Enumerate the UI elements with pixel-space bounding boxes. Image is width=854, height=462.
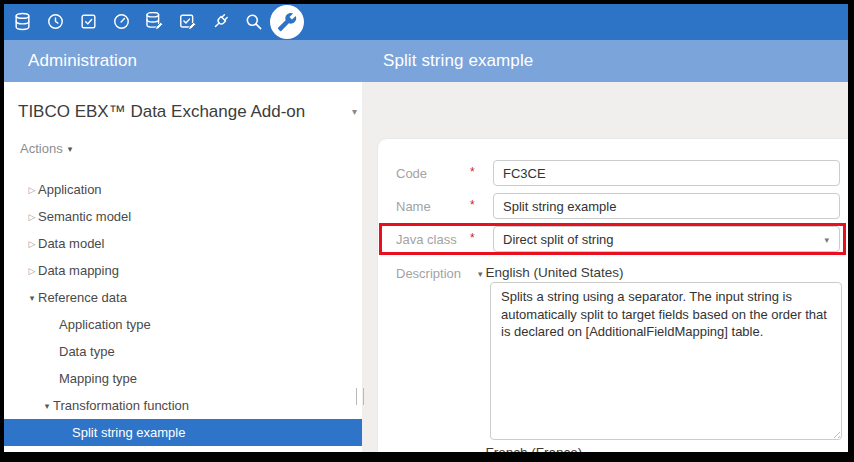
detail-panel: Code * Name * Java class * Direct split … (362, 82, 848, 452)
chevron-down-icon: ▾ (352, 106, 357, 117)
java-class-select[interactable]: Direct split of string ▾ (493, 226, 840, 252)
actions-label: Actions (20, 141, 63, 156)
name-label: Name (396, 199, 468, 214)
search-icon[interactable] (243, 11, 263, 31)
left-header: Administration (4, 40, 362, 82)
panel-splitter-handle[interactable] (356, 388, 364, 405)
tree-item-label: Application type (59, 317, 151, 332)
tree-item-data-mapping[interactable]: ▷ Data mapping (4, 257, 362, 284)
main-area: TIBCO EBX™ Data Exchange Add-on ▾ Action… (4, 82, 848, 452)
java-class-label: Java class (396, 232, 468, 247)
tree-item-data-model[interactable]: ▷ Data model (4, 230, 362, 257)
collapse-arrow-icon[interactable]: ▾ (26, 293, 38, 303)
gauge-icon[interactable] (111, 11, 131, 31)
required-asterisk: * (470, 165, 475, 179)
section-header-bar: Administration Split string example (4, 40, 848, 82)
clock-icon[interactable] (45, 11, 65, 31)
tree-item-label: Split string example (72, 425, 185, 440)
tree-item-label: Reference data (38, 290, 127, 305)
plug-icon[interactable] (210, 11, 230, 31)
tree-item-mapping-type[interactable]: Mapping type (4, 365, 362, 392)
java-class-value: Direct split of string (503, 232, 614, 247)
form-edit-icon[interactable] (177, 11, 197, 31)
tree-item-label: Data type (59, 344, 115, 359)
locale-english-label: English (United States) (486, 265, 624, 280)
required-asterisk: * (470, 231, 475, 245)
tree-item-transformation-function[interactable]: ▾ Transformation function (4, 392, 362, 419)
description-english-textarea[interactable]: Splits a string using a separator. The i… (490, 282, 842, 440)
screenshot-frame: Administration Split string example TIBC… (0, 0, 854, 462)
expand-arrow-icon[interactable]: ▷ (26, 185, 38, 195)
tree-item-label: Data mapping (38, 263, 119, 278)
code-field[interactable] (493, 160, 840, 186)
collapse-arrow-icon: ▾ (478, 269, 483, 279)
locale-french-toggle[interactable]: ▹ French (France) (478, 445, 582, 452)
form-card: Code * Name * Java class * Direct split … (377, 138, 848, 452)
right-header: Split string example (362, 40, 848, 82)
tree-item-application[interactable]: ▷ Application (4, 176, 362, 203)
description-label: Description (396, 266, 468, 281)
tree-item-label: Semantic model (38, 209, 131, 224)
tree-item-label: Mapping type (59, 371, 137, 386)
task-check-icon[interactable] (78, 11, 98, 31)
required-asterisk: * (470, 198, 475, 212)
navigation-panel: TIBCO EBX™ Data Exchange Add-on ▾ Action… (4, 82, 362, 452)
tree-item-application-type[interactable]: Application type (4, 311, 362, 338)
chevron-down-icon: ▾ (68, 143, 73, 154)
database-icon[interactable] (12, 11, 32, 31)
tree-item-label: Application (38, 182, 102, 197)
addon-title: TIBCO EBX™ Data Exchange Add-on (18, 102, 305, 122)
collapse-arrow-icon[interactable]: ▾ (41, 401, 53, 411)
code-label: Code (396, 166, 468, 181)
locale-english-toggle[interactable]: ▾ English (United States) (478, 265, 624, 280)
tree-item-label: Data model (38, 236, 104, 251)
actions-menu-button[interactable]: Actions ▾ (20, 139, 72, 157)
tree-item-split-string-example[interactable]: Split string example (4, 419, 362, 446)
chevron-down-icon: ▾ (824, 235, 829, 245)
addon-title-dropdown[interactable]: TIBCO EBX™ Data Exchange Add-on ▾ (18, 100, 356, 124)
name-field[interactable] (493, 193, 840, 219)
tree-item-label: Transformation function (53, 398, 189, 413)
right-header-title: Split string example (383, 51, 533, 71)
wrench-icon[interactable] (270, 5, 304, 39)
expand-arrow-icon: ▹ (478, 449, 483, 452)
expand-arrow-icon[interactable]: ▷ (26, 239, 38, 249)
locale-french-label: French (France) (486, 445, 583, 452)
tree-item-semantic-model[interactable]: ▷ Semantic model (4, 203, 362, 230)
tree-item-reference-data[interactable]: ▾ Reference data (4, 284, 362, 311)
navigation-tree: ▷ Application ▷ Semantic model ▷ Data mo… (4, 176, 362, 446)
app-window: Administration Split string example TIBC… (4, 4, 848, 452)
top-toolbar (4, 4, 848, 40)
tree-item-data-type[interactable]: Data type (4, 338, 362, 365)
expand-arrow-icon[interactable]: ▷ (26, 266, 38, 276)
expand-arrow-icon[interactable]: ▷ (26, 212, 38, 222)
database-edit-icon[interactable] (144, 11, 164, 31)
left-header-title: Administration (28, 51, 137, 71)
